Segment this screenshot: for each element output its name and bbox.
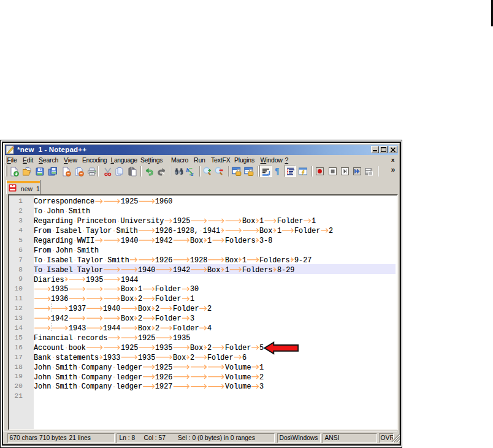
svg-text:¶: ¶ (275, 167, 280, 176)
svg-text:b: b (186, 167, 189, 173)
